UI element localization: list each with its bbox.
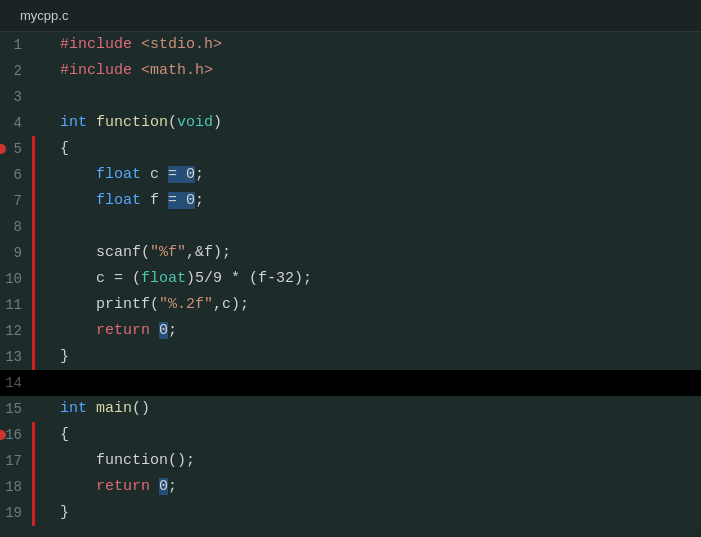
line-num-10: 10 — [0, 266, 32, 292]
red-bar-18 — [32, 474, 35, 500]
line-16: 16 { — [0, 422, 701, 448]
line-num-4: 4 — [0, 110, 32, 136]
line-17: 17 function(); — [0, 448, 701, 474]
red-bar-9 — [32, 240, 35, 266]
code-9: scanf("%f",&f); — [32, 240, 231, 266]
line-10: 10 c = (float)5/9 * (f-32); — [0, 266, 701, 292]
code-16: { — [32, 422, 69, 448]
line-15: 15 int main() — [0, 396, 701, 422]
line-14: 14 — [0, 370, 701, 396]
line-num-8: 8 — [0, 214, 32, 240]
code-2: #include <math.h> — [32, 58, 213, 84]
code-4: int function(void) — [32, 110, 222, 136]
code-10: c = (float)5/9 * (f-32); — [32, 266, 312, 292]
line-8: 8 — [0, 214, 701, 240]
line-6: 6 float c = 0; — [0, 162, 701, 188]
line-num-12: 12 — [0, 318, 32, 344]
code-7: float f = 0; — [32, 188, 204, 214]
line-3: 3 — [0, 84, 701, 110]
line-num-9: 9 — [0, 240, 32, 266]
red-bar-13 — [32, 344, 35, 370]
line-num-1: 1 — [0, 32, 32, 58]
line-num-6: 6 — [0, 162, 32, 188]
line-num-16: 16 — [0, 422, 32, 448]
line-num-14: 14 — [0, 370, 32, 396]
line-4: 4 int function(void) — [0, 110, 701, 136]
tab-bar: mycpp.c — [0, 0, 701, 32]
line-13: 13 } — [0, 344, 701, 370]
red-bar-19 — [32, 500, 35, 526]
code-editor: 1 #include <stdio.h> 2 #include <math.h>… — [0, 32, 701, 526]
red-bar-7 — [32, 188, 35, 214]
red-bar-8 — [32, 214, 35, 240]
code-1: #include <stdio.h> — [32, 32, 222, 58]
line-num-11: 11 — [0, 292, 32, 318]
line-num-5: 5 — [0, 136, 32, 162]
code-18: return 0; — [32, 474, 177, 500]
line-num-17: 17 — [0, 448, 32, 474]
code-8 — [32, 214, 69, 240]
line-num-15: 15 — [0, 396, 32, 422]
red-bar-10 — [32, 266, 35, 292]
file-tab[interactable]: mycpp.c — [12, 6, 76, 25]
line-num-3: 3 — [0, 84, 32, 110]
line-2: 2 #include <math.h> — [0, 58, 701, 84]
line-12: 12 return 0; — [0, 318, 701, 344]
code-14 — [32, 370, 69, 396]
line-9: 9 scanf("%f",&f); — [0, 240, 701, 266]
line-num-18: 18 — [0, 474, 32, 500]
red-bar-12 — [32, 318, 35, 344]
code-17: function(); — [32, 448, 195, 474]
line-11: 11 printf("%.2f",c); — [0, 292, 701, 318]
red-bar-17 — [32, 448, 35, 474]
breakpoint-16 — [0, 430, 6, 440]
red-bar-6 — [32, 162, 35, 188]
code-15: int main() — [32, 396, 150, 422]
code-19: } — [32, 500, 69, 526]
code-5: { — [32, 136, 69, 162]
red-bar-5 — [32, 136, 35, 162]
code-12: return 0; — [32, 318, 177, 344]
breakpoint-5 — [0, 144, 6, 154]
red-bar-11 — [32, 292, 35, 318]
line-18: 18 return 0; — [0, 474, 701, 500]
line-num-7: 7 — [0, 188, 32, 214]
code-6: float c = 0; — [32, 162, 204, 188]
line-7: 7 float f = 0; — [0, 188, 701, 214]
line-num-19: 19 — [0, 500, 32, 526]
line-num-2: 2 — [0, 58, 32, 84]
code-3 — [32, 84, 69, 110]
code-11: printf("%.2f",c); — [32, 292, 249, 318]
line-19: 19 } — [0, 500, 701, 526]
line-num-13: 13 — [0, 344, 32, 370]
line-5: 5 { — [0, 136, 701, 162]
code-13: } — [32, 344, 69, 370]
line-1: 1 #include <stdio.h> — [0, 32, 701, 58]
red-bar-16 — [32, 422, 35, 448]
